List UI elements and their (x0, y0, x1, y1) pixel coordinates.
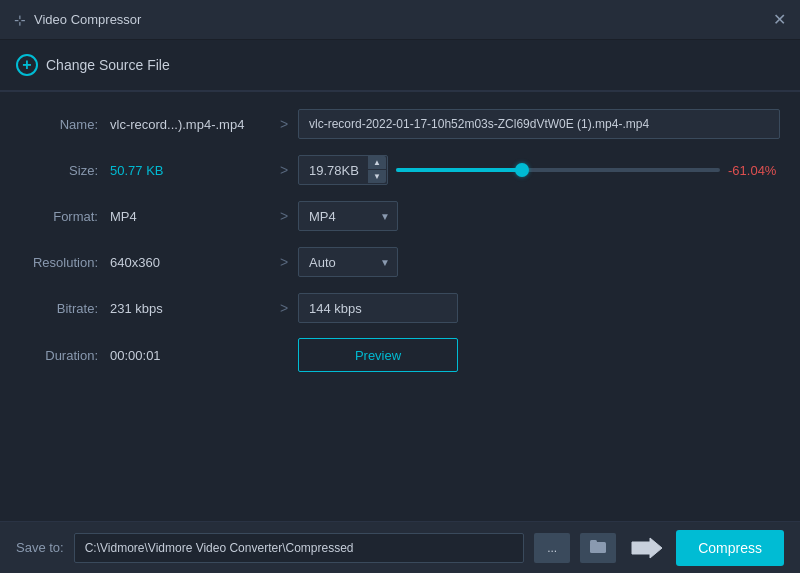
name-arrow-icon: > (270, 116, 298, 132)
name-label: Name: (20, 117, 110, 132)
name-right (298, 109, 780, 139)
size-right: ▲ ▼ -61.04% (298, 155, 780, 185)
arrow-separator (626, 536, 666, 560)
resolution-row: Resolution: 640x360 > Auto 1080p 720p 48… (20, 246, 780, 278)
bitrate-right (298, 293, 780, 323)
size-input-wrapper: ▲ ▼ (298, 155, 388, 185)
duration-label: Duration: (20, 348, 110, 363)
bitrate-arrow-icon: > (270, 300, 298, 316)
resolution-select[interactable]: Auto 1080p 720p 480p 360p (298, 247, 398, 277)
resize-icon: ⊹ (14, 12, 26, 28)
duration-original: 00:00:01 (110, 348, 270, 363)
change-source-label[interactable]: Change Source File (46, 57, 170, 73)
add-source-icon[interactable]: + (16, 54, 38, 76)
resolution-original: 640x360 (110, 255, 270, 270)
name-original: vlc-record...).mp4-.mp4 (110, 117, 270, 132)
resolution-select-wrapper: Auto 1080p 720p 480p 360p ▼ (298, 247, 398, 277)
format-select[interactable]: MP4 AVI MOV MKV WMV (298, 201, 398, 231)
size-spin-up[interactable]: ▲ (368, 156, 386, 169)
arrow-right-icon (628, 536, 664, 560)
format-select-wrapper: MP4 AVI MOV MKV WMV ▼ (298, 201, 398, 231)
duration-row: Duration: 00:00:01 > Preview (20, 338, 780, 372)
format-label: Format: (20, 209, 110, 224)
name-input[interactable] (298, 109, 780, 139)
size-slider-fill (396, 168, 522, 172)
bitrate-input[interactable] (298, 293, 458, 323)
size-slider-thumb[interactable] (515, 163, 529, 177)
bottom-bar: Save to: ... Compress (0, 521, 800, 573)
main-content: Name: vlc-record...).mp4-.mp4 > Size: 50… (0, 92, 800, 402)
compress-button[interactable]: Compress (676, 530, 784, 566)
size-original: 50.77 KB (110, 163, 270, 178)
bitrate-row: Bitrate: 231 kbps > (20, 292, 780, 324)
size-row: Size: 50.77 KB > ▲ ▼ -61.04% (20, 154, 780, 186)
browse-dots-button[interactable]: ... (534, 533, 570, 563)
save-path-input[interactable] (74, 533, 525, 563)
resolution-arrow-icon: > (270, 254, 298, 270)
size-spin-down[interactable]: ▼ (368, 170, 386, 183)
size-slider-track[interactable] (396, 168, 720, 172)
title-bar-left: ⊹ Video Compressor (14, 12, 141, 28)
format-right: MP4 AVI MOV MKV WMV ▼ (298, 201, 780, 231)
size-spinner: ▲ ▼ (368, 156, 386, 184)
duration-right: Preview (298, 338, 780, 372)
bitrate-label: Bitrate: (20, 301, 110, 316)
size-slider-wrapper[interactable]: -61.04% (396, 163, 780, 178)
format-original: MP4 (110, 209, 270, 224)
source-bar: + Change Source File (0, 40, 800, 91)
resolution-right: Auto 1080p 720p 480p 360p ▼ (298, 247, 780, 277)
name-row: Name: vlc-record...).mp4-.mp4 > (20, 108, 780, 140)
app-title: Video Compressor (34, 12, 141, 27)
format-row: Format: MP4 > MP4 AVI MOV MKV WMV ▼ (20, 200, 780, 232)
size-arrow-icon: > (270, 162, 298, 178)
title-bar: ⊹ Video Compressor ✕ (0, 0, 800, 40)
format-arrow-icon: > (270, 208, 298, 224)
close-button[interactable]: ✕ (773, 12, 786, 28)
size-slider-percent: -61.04% (728, 163, 780, 178)
size-label: Size: (20, 163, 110, 178)
bitrate-original: 231 kbps (110, 301, 270, 316)
resolution-label: Resolution: (20, 255, 110, 270)
svg-marker-2 (632, 538, 662, 558)
open-folder-button[interactable] (580, 533, 616, 563)
preview-button[interactable]: Preview (298, 338, 458, 372)
save-to-label: Save to: (16, 540, 64, 555)
folder-icon (590, 539, 606, 553)
svg-rect-1 (590, 540, 597, 544)
